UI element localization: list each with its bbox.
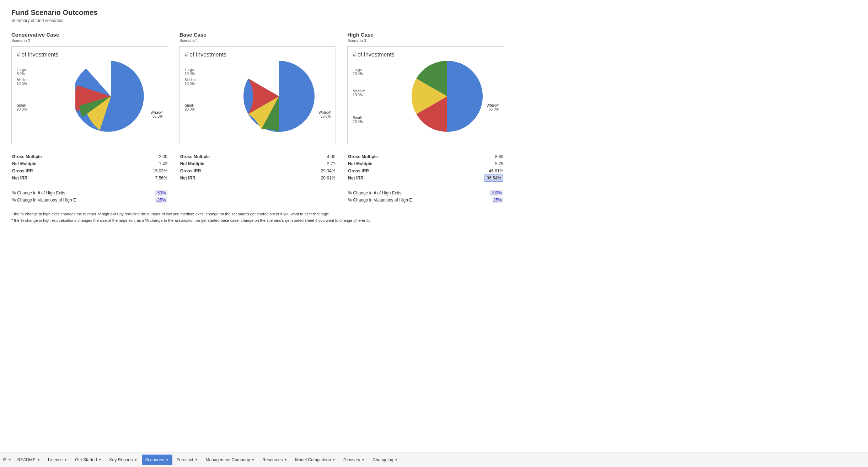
change-value: 25% (476, 197, 503, 203)
page-title: Fund Scenario Outcomes (11, 9, 504, 17)
scenario-base-label: Scenario 1 (180, 38, 336, 43)
table-row: Net IRR 36.54% (348, 175, 503, 181)
change-value-badge: -50% (155, 190, 167, 196)
net-irr-highlight[interactable]: 36.54% (484, 175, 503, 182)
metrics-table-high: Gross Multiple 8.80 Net Multiple 5.75 Gr… (347, 153, 504, 182)
conservative-pie-svg (75, 61, 146, 132)
scenario-conservative-chart: # of Investments Large5.0% (11, 46, 168, 144)
footnote-1: * the % change in high exits changes the… (11, 211, 504, 218)
scenario-base-title: Base Case (180, 32, 336, 38)
table-row: Gross Multiple 4.00 (180, 154, 336, 160)
label-writeoff-b: Writeoff60.0% (318, 111, 331, 118)
metric-value: 7.56% (117, 175, 167, 181)
metrics-table-conservative: Gross Multiple 2.00 Net Multiple 1.43 Gr… (11, 153, 168, 182)
change-value: 100% (476, 190, 503, 196)
scenario-high-title: High Case (347, 32, 504, 38)
table-row: Net Multiple 2.71 (180, 161, 336, 167)
footnotes: * the % change in high exits changes the… (11, 211, 504, 224)
conservative-pie: Large5.0% Medium10.0% Small20.0% Writeof… (17, 61, 163, 139)
changes-high: % Change in # of High Exits 100% % Chang… (347, 189, 504, 204)
changes-base (180, 189, 336, 204)
table-row: Gross Multiple 2.00 (12, 154, 167, 160)
change-table-conservative: % Change in # of High Exits -50% % Chang… (11, 189, 168, 204)
label-small-c: Small20.0% (17, 103, 27, 111)
base-chart-title: # of Investments (185, 52, 331, 58)
metric-label: Net IRR (348, 175, 443, 181)
change-label: % Change in Valuations of High E (348, 197, 475, 203)
metrics-base: Gross Multiple 4.00 Net Multiple 2.71 Gr… (180, 153, 336, 182)
table-row: Net Multiple 5.75 (348, 161, 503, 167)
metrics-high: Gross Multiple 8.80 Net Multiple 5.75 Gr… (347, 153, 504, 182)
change-value-badge: 100% (489, 190, 503, 196)
metric-label: Gross Multiple (348, 154, 443, 160)
label-writeoff-h: Writeoff50.0% (487, 103, 499, 111)
metrics-conservative: Gross Multiple 2.00 Net Multiple 1.43 Gr… (11, 153, 168, 182)
change-value-badge: -25% (155, 197, 167, 203)
page-subtitle: Summary of fund scenarios (11, 18, 504, 23)
metric-value: 36.54% (444, 175, 503, 181)
metric-value: 29.34% (285, 168, 336, 174)
metric-label: Gross IRR (12, 168, 116, 174)
high-pie: Large20.0% Medium10.0% Small20.0% Writeo… (353, 61, 499, 139)
table-row: Net IRR 7.56% (12, 175, 167, 181)
label-medium-c: Medium10.0% (17, 78, 30, 86)
label-small-b: Small20.0% (185, 103, 195, 111)
table-row: Net IRR 20.61% (180, 175, 336, 181)
metric-value: 2.71 (285, 161, 336, 167)
metric-label: Gross IRR (348, 168, 443, 174)
metric-value: 46.81% (444, 168, 503, 174)
table-row: Net Multiple 1.43 (12, 161, 167, 167)
label-writeoff-c: Writeoff65.0% (151, 111, 163, 118)
metric-value: 2.00 (117, 154, 167, 160)
table-row: Gross IRR 15.03% (12, 168, 167, 174)
label-large-c: Large5.0% (17, 68, 26, 76)
metric-label: Gross IRR (180, 168, 284, 174)
table-row: % Change in # of High Exits -50% (12, 190, 167, 196)
change-value: -50% (141, 190, 167, 196)
table-row: % Change in Valuations of High E -25% (12, 197, 167, 203)
table-row: Gross IRR 29.34% (180, 168, 336, 174)
change-value-badge: 25% (492, 197, 503, 203)
label-medium-b: Medium10.0% (185, 78, 198, 86)
change-table-high: % Change in # of High Exits 100% % Chang… (347, 189, 504, 204)
table-row: Gross IRR 46.81% (348, 168, 503, 174)
label-medium-h: Medium10.0% (353, 89, 365, 97)
metric-value: 20.61% (285, 175, 336, 181)
table-row: Gross Multiple 8.80 (348, 154, 503, 160)
high-pie-svg (412, 61, 483, 132)
metric-value: 1.43 (117, 161, 167, 167)
metrics-grid: Gross Multiple 2.00 Net Multiple 1.43 Gr… (11, 153, 504, 182)
metric-value: 15.03% (117, 168, 167, 174)
metric-label: Gross Multiple (180, 154, 284, 160)
change-label: % Change in # of High Exits (12, 190, 141, 196)
metric-label: Net Multiple (12, 161, 116, 167)
metric-value: 8.80 (444, 154, 503, 160)
change-label: % Change in # of High Exits (348, 190, 475, 196)
metric-value: 5.75 (444, 161, 503, 167)
scenario-high-chart: # of Investments Large20.0% (347, 46, 504, 144)
high-chart-title: # of Investments (353, 52, 499, 58)
base-pie: Large10.0% Medium10.0% Small20.0% Writeo… (185, 61, 331, 139)
scenario-high-label: Scenario 3 (347, 38, 504, 43)
metric-label: Net Multiple (348, 161, 443, 167)
metric-label: Net Multiple (180, 161, 284, 167)
change-value: -25% (141, 197, 167, 203)
scenario-high: High Case Scenario 3 # of Investments (347, 32, 504, 144)
label-large-h: Large20.0% (353, 68, 363, 76)
metric-value: 4.00 (285, 154, 336, 160)
scenario-conservative-label: Scenario 2 (11, 38, 168, 43)
changes-conservative: % Change in # of High Exits -50% % Chang… (11, 189, 168, 204)
metrics-table-base: Gross Multiple 4.00 Net Multiple 2.71 Gr… (180, 153, 336, 182)
metric-label: Gross Multiple (12, 154, 116, 160)
scenario-conservative: Conservative Case Scenario 2 # of Invest… (11, 32, 168, 144)
table-row: % Change in Valuations of High E 25% (348, 197, 503, 203)
conservative-chart-title: # of Investments (17, 52, 163, 58)
metric-label: Net IRR (12, 175, 116, 181)
scenario-base: Base Case Scenario 1 # of Investments (180, 32, 336, 144)
label-large-b: Large10.0% (185, 68, 195, 76)
change-section: % Change in # of High Exits -50% % Chang… (11, 189, 504, 204)
scenario-conservative-title: Conservative Case (11, 32, 168, 38)
change-label: % Change in Valuations of High E (12, 197, 141, 203)
footnote-2: * the % change in high exit valuations c… (11, 218, 504, 224)
label-small-h: Small20.0% (353, 116, 363, 124)
